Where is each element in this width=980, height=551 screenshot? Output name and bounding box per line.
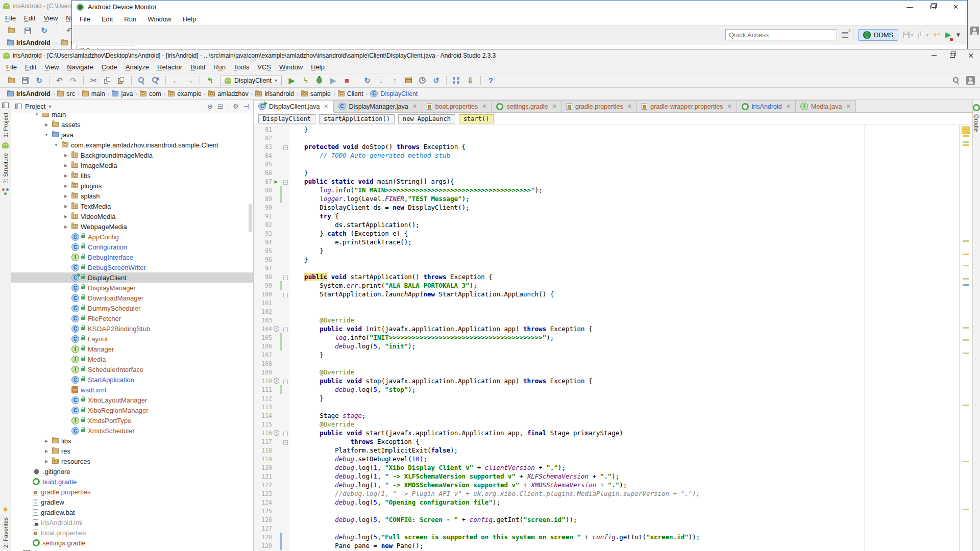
tree-item-assets[interactable]: ▶assets	[11, 119, 253, 130]
back-button[interactable]: ←	[169, 74, 182, 87]
apply-changes-button[interactable]: ϟ	[299, 74, 312, 87]
tool-tab-gradle[interactable]: Gradle	[973, 114, 979, 132]
capture-icon[interactable]: ▾	[903, 32, 913, 38]
tree-item-debugscreenwriter[interactable]: DebugScreenWriter	[11, 262, 253, 272]
paste-button[interactable]	[115, 74, 128, 87]
open-perspective-icon[interactable]	[842, 32, 848, 38]
chevron-right-icon[interactable]: ▶	[63, 184, 69, 188]
tree-item-settings-gradle[interactable]: settings.gradle	[11, 538, 253, 548]
code-text[interactable]: public void start(javafx.application.App…	[289, 429, 623, 437]
code-text[interactable]: debug.log(1, " -> XMDSSchemaVersion supp…	[289, 481, 627, 489]
breadcrumb-item-main[interactable]: main	[80, 90, 107, 97]
menu-file[interactable]: File	[2, 62, 21, 72]
tree-item-xmdsporttype[interactable]: XmdsPortType	[11, 415, 253, 425]
tab-media-java[interactable]: Media.java✕	[796, 100, 856, 112]
menu-edit[interactable]: Edit	[21, 62, 40, 72]
override-method-icon[interactable]	[274, 378, 279, 384]
close-icon[interactable]: ✕	[324, 103, 328, 110]
chevron-right-icon[interactable]: ▶	[63, 224, 69, 229]
tree-item-textmedia[interactable]: ▶TextMedia	[11, 201, 253, 211]
fold-icon[interactable]	[283, 145, 288, 150]
code-text[interactable]: }	[289, 168, 308, 177]
minimize-icon[interactable]: —	[898, 1, 921, 13]
minimize-icon[interactable]	[925, 49, 943, 61]
breadcrumb-item-displayclient[interactable]: DisplayClient	[368, 90, 420, 97]
chevron-right-icon[interactable]: ▶	[63, 204, 69, 209]
chevron-down-icon[interactable]: ▼	[43, 133, 50, 137]
stripe-mark[interactable]	[963, 265, 969, 266]
inspections-indicator[interactable]	[962, 127, 970, 134]
menu-window[interactable]: Window	[142, 14, 177, 24]
forward-button[interactable]: →	[183, 74, 196, 87]
code-text[interactable]: // TODO Auto-generated method stub	[289, 151, 450, 160]
menu-code[interactable]: Code	[97, 62, 121, 72]
project-view-label[interactable]: Project	[25, 103, 45, 110]
redo-button[interactable]: ↷	[67, 74, 80, 87]
code-text[interactable]: public void init(javafx.application.Appl…	[289, 324, 593, 333]
chevron-down-icon[interactable]: ▼	[34, 113, 40, 117]
code-text[interactable]: DisplayClient ds = new DisplayClient();	[289, 203, 470, 212]
synchronize-button[interactable]: ↻	[38, 24, 51, 37]
history-button[interactable]	[416, 74, 429, 87]
ddms-perspective-button[interactable]: DDMS	[858, 29, 898, 41]
run-external-icon[interactable]: ▶	[945, 30, 951, 39]
code-text[interactable]: }	[289, 350, 324, 359]
tool-tab-project[interactable]: 1: Project	[3, 113, 9, 138]
stripe-mark[interactable]	[963, 144, 969, 146]
breadcrumb-item-irisandroid[interactable]: irisAndroid	[5, 39, 53, 46]
code-text[interactable]: Platform.setImplicitExit(false);	[289, 446, 458, 455]
search-everywhere-icon[interactable]	[952, 77, 960, 84]
menu-edit[interactable]: Edit	[96, 14, 118, 24]
sdk-manager-button[interactable]: ⇩	[464, 74, 477, 87]
tree-item-wsdl-xml[interactable]: wsdl.xml	[11, 385, 253, 395]
breadcrumb-item-com[interactable]: com	[138, 90, 163, 97]
chevron-right-icon[interactable]: ▶	[43, 449, 50, 454]
run-config-select[interactable]: DisplayClient▾	[220, 75, 282, 86]
stripe-mark[interactable]	[963, 461, 969, 462]
close-icon[interactable]: ✕	[727, 103, 731, 110]
close-icon[interactable]: ✕	[552, 103, 557, 110]
stripe-mark[interactable]	[963, 405, 969, 406]
collapse-all-icon[interactable]: ⊟	[217, 103, 223, 110]
import-icon[interactable]: ▾	[918, 32, 928, 38]
menu-tools[interactable]: Tools	[230, 62, 253, 72]
tree-item-debuginterface[interactable]: DebugInterface	[11, 252, 253, 262]
synchronize-button[interactable]: ↻	[33, 74, 45, 87]
code-text[interactable]: log.info("IN MAIN>>>>>>>>>>>>>>>>>>>>>>>…	[289, 186, 543, 194]
open-file-button[interactable]	[5, 74, 18, 87]
replace-button[interactable]: a	[149, 74, 162, 87]
tree-item-configuration[interactable]: Configuration	[11, 242, 253, 252]
override-method-icon[interactable]	[274, 326, 279, 332]
vcs-commit-button[interactable]: ↑	[388, 74, 401, 87]
tree-item-plugins[interactable]: ▶plugins	[11, 181, 253, 191]
debug-button[interactable]	[313, 74, 326, 87]
menu-build[interactable]: Build	[186, 62, 209, 72]
fold-icon[interactable]	[283, 380, 288, 384]
tree-item-java[interactable]: ▼java	[11, 130, 253, 140]
tree-item-displayclient[interactable]: DisplayClient	[11, 272, 253, 283]
menu-view[interactable]: View	[39, 13, 62, 23]
stripe-mark[interactable]	[963, 254, 969, 255]
stripe-mark[interactable]	[963, 240, 969, 242]
code-text[interactable]: log.info("INIT>>>>>>>>>>>>>>>>>>>>>>>>>>…	[289, 333, 554, 342]
tree-item-res[interactable]: ▶res	[11, 446, 253, 456]
stripe-mark[interactable]	[963, 353, 969, 354]
breadcrumb-item-irisandroid[interactable]: irisandroid	[253, 90, 296, 97]
stripe-mark[interactable]	[963, 278, 969, 280]
find-button[interactable]	[135, 74, 148, 87]
tree-item-external-libraries[interactable]: ▶External Libraries	[11, 548, 253, 551]
code-text[interactable]: }	[289, 394, 324, 403]
tree-item-splash[interactable]: ▶splash	[11, 191, 253, 201]
tree-item-dummyscheduler[interactable]: DummyScheduler	[11, 303, 253, 313]
code-text[interactable]: throws Exception {	[289, 437, 420, 446]
chevron-right-icon[interactable]: ▶	[43, 439, 50, 443]
chevron-right-icon[interactable]: ▶	[63, 194, 69, 198]
vcs-update-button[interactable]: ↓	[375, 74, 387, 87]
code-text[interactable]: debug.log(5,"Full screen is supported on…	[289, 533, 700, 541]
close-icon[interactable]: ✕	[482, 103, 486, 110]
tool-tab-favorites[interactable]: 2: Favorites	[3, 517, 9, 548]
tree-item-webpagemedia[interactable]: ▶WebpageMedia	[11, 221, 253, 232]
override-method-icon[interactable]	[274, 430, 279, 436]
code-text[interactable]: } catch (Exception e) {	[289, 229, 408, 238]
locate-icon[interactable]: ⊕	[207, 103, 213, 110]
